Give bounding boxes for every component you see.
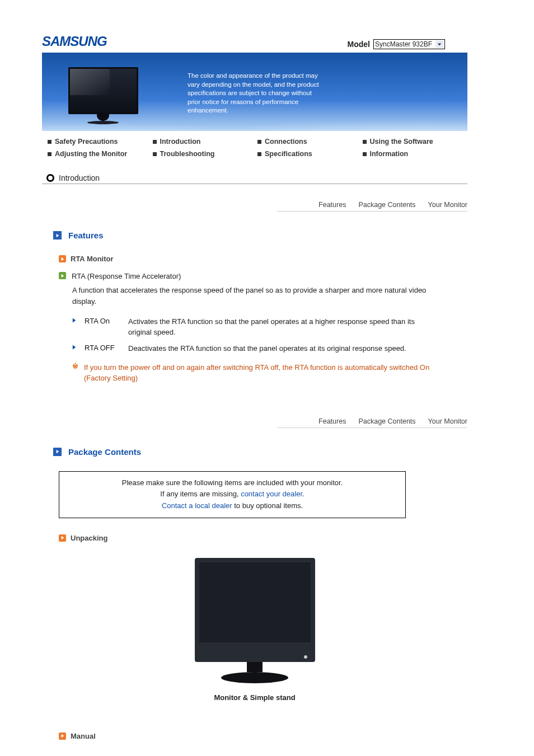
dropdown-arrow-icon [435,40,443,48]
chip-circle-icon [46,174,54,182]
subtabs-middle: Features Package Contents Your Monitor [277,417,467,428]
banner-disclaimer: The color and appearance of the product … [188,72,326,115]
rta-monitor-label: RTA Monitor [71,255,114,263]
square-bullet-icon [153,152,157,156]
hero-banner: The color and appearance of the product … [42,53,467,131]
rta-monitor-subheading: RTA Monitor [59,255,467,263]
header-row: SAMSUNG Model SyncMaster 932BF [42,34,467,49]
square-bullet-icon [48,152,51,156]
package-callout: Please make sure the following items are… [59,471,406,518]
nav-label: Connections [265,138,307,145]
section-chip: Introduction [42,173,467,184]
nav-label: Using the Software [370,138,433,145]
square-bullet-icon [153,140,157,144]
manual-subheading: Manual [59,732,467,740]
product-monitor-image [195,558,315,662]
rta-description: A function that accelerates the response… [72,285,430,307]
nav-label: Safety Precautions [55,138,118,145]
package-contents-heading: Package Contents [53,447,467,457]
orange-arrow-icon [59,534,66,542]
hero-monitor-image [67,67,139,124]
rta-item-label: RTA (Response Time Accelerator) [72,272,181,280]
package-contents-title: Package Contents [68,447,141,457]
square-bullet-icon [363,140,367,144]
rta-note-text: If you turn the power off and on again a… [84,362,430,384]
nav-label: Introduction [160,138,201,145]
manual-label: Manual [71,732,96,740]
callout-line2-pre: If any items are missing, [160,490,241,498]
chip-label: Introduction [59,173,100,182]
nav-label: Information [370,150,409,158]
model-label: Model [348,40,370,49]
subtab-features[interactable]: Features [318,417,346,425]
nav-label: Specifications [265,150,312,158]
subtab-features[interactable]: Features [318,201,346,209]
nav-label: Troubleshooting [160,150,215,158]
square-bullet-icon [257,152,261,156]
local-dealer-link[interactable]: Contact a local dealer [162,501,232,510]
orange-arrow-icon [59,732,66,740]
subtab-your-monitor[interactable]: Your Monitor [428,201,467,209]
product-caption: Monitor & Simple stand [214,693,295,702]
brand-logo: SAMSUNG [42,34,107,49]
section-arrow-icon [53,231,62,240]
square-bullet-icon [257,140,261,144]
nav-safety-precautions[interactable]: Safety Precautions [42,135,153,148]
blue-arrow-icon [72,344,77,352]
square-bullet-icon [363,152,367,156]
section-arrow-icon [53,448,62,456]
nav-introduction[interactable]: Introduction [153,135,258,148]
unpacking-subheading: Unpacking [59,534,467,542]
subtab-your-monitor[interactable]: Your Monitor [428,417,467,425]
main-nav: Safety Precautions Introduction Connecti… [42,135,467,160]
unpacking-label: Unpacking [71,534,107,542]
features-title: Features [68,231,104,240]
model-select[interactable]: SyncMaster 932BF [373,39,445,49]
nav-using-software[interactable]: Using the Software [363,135,468,148]
nav-label: Adjusting the Monitor [55,150,127,158]
rta-off-label: RTA OFF [85,344,120,352]
rta-option-on-row: RTA On Activates the RTA function so tha… [72,317,430,338]
rta-on-label: RTA On [85,317,120,325]
nav-adjusting-monitor[interactable]: Adjusting the Monitor [42,148,153,160]
power-indicator-icon [304,655,307,659]
nav-information[interactable]: Information [363,148,468,160]
subtab-package-contents[interactable]: Package Contents [358,417,415,425]
rta-off-desc: Deactivates the RTA function so that the… [128,344,430,354]
contact-dealer-link[interactable]: contact your dealer [241,490,302,498]
nav-specifications[interactable]: Specifications [257,148,363,160]
subtab-package-contents[interactable]: Package Contents [358,201,415,209]
subtabs-top: Features Package Contents Your Monitor [277,201,467,212]
model-select-value: SyncMaster 932BF [375,40,432,48]
square-bullet-icon [48,140,51,144]
rta-options: RTA On Activates the RTA function so tha… [72,317,430,354]
rta-note: ※ If you turn the power off and on again… [72,362,430,384]
callout-line2: If any items are missing, contact your d… [71,489,394,500]
orange-arrow-icon [59,255,66,262]
nav-connections[interactable]: Connections [257,135,363,148]
model-selector-wrap: Model SyncMaster 932BF [348,39,446,49]
rta-item-row: RTA (Response Time Accelerator) [59,272,467,280]
blue-arrow-icon [72,317,77,325]
note-symbol-icon: ※ [72,362,78,384]
product-figure: Monitor & Simple stand [42,558,467,702]
callout-line3-post: to buy optional items. [232,501,303,510]
green-arrow-icon [59,272,66,279]
rta-on-desc: Activates the RTA function so that the p… [128,317,430,338]
callout-line1: Please make sure the following items are… [71,477,394,489]
nav-troubleshooting[interactable]: Troubleshooting [153,148,258,160]
callout-line2-post: . [302,490,305,498]
rta-option-off-row: RTA OFF Deactivates the RTA function so … [72,344,430,354]
callout-line3: Contact a local dealer to buy optional i… [71,500,394,512]
features-heading: Features [53,231,467,240]
